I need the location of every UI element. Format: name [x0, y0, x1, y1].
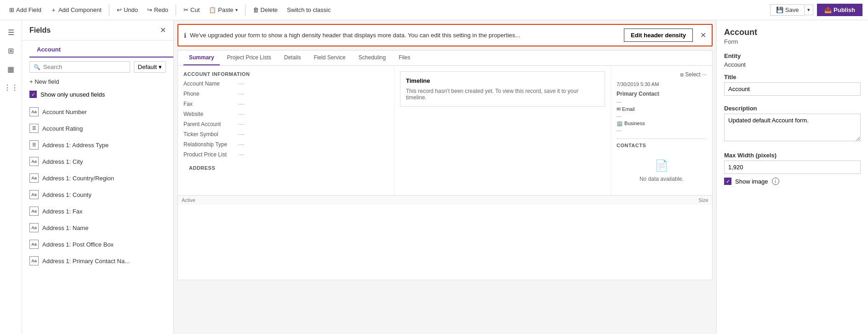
fields-panel-tab[interactable]: Account	[29, 42, 173, 58]
form-center-column: Timeline This record hasn't been created…	[394, 66, 611, 195]
fields-panel-button[interactable]: ⊞	[3, 42, 19, 59]
primary-contact-dash: —	[617, 99, 707, 104]
hamburger-menu-button[interactable]: ☰	[3, 24, 19, 40]
undo-button[interactable]: ↩ Undo	[113, 5, 142, 15]
switch-to-classic-button[interactable]: Switch to classic	[283, 5, 334, 15]
add-component-button[interactable]: ＋ Add Component	[47, 4, 105, 16]
notification-close-button[interactable]: ✕	[700, 31, 706, 40]
form-field-value: —	[239, 81, 244, 87]
save-group: 💾 Save ▾	[770, 4, 813, 16]
list-item[interactable]: AaAddress 1: County	[22, 186, 173, 203]
cut-button[interactable]: ✂ Cut	[180, 5, 203, 15]
paste-button[interactable]: 📋 Paste ▾	[205, 5, 241, 15]
account-info-section-title: ACCOUNT INFORMATION	[183, 71, 388, 77]
form-field-label: Parent Account	[183, 121, 239, 127]
no-data-text: No data available.	[640, 176, 684, 182]
form-field-label: Product Price List	[183, 151, 239, 158]
close-icon: ✕	[160, 26, 166, 34]
save-dropdown-button[interactable]: ▾	[804, 5, 813, 15]
title-input[interactable]	[724, 82, 861, 96]
form-field-row: Parent Account—	[183, 121, 388, 127]
publish-icon: 📤	[824, 6, 832, 13]
tree-button[interactable]: ⋮⋮	[3, 79, 19, 96]
contacts-title: CONTACTS	[617, 138, 707, 148]
tab-project-price-lists[interactable]: Project Price Lists	[222, 51, 277, 65]
delete-icon: 🗑	[253, 6, 259, 13]
prop-subtitle: Form	[724, 38, 861, 45]
search-input[interactable]	[43, 63, 126, 70]
paste-chevron-icon: ▾	[235, 7, 238, 12]
form-field-row: Phone—	[183, 91, 388, 97]
dropdown-label: Default	[138, 63, 157, 70]
field-label: Address 1: Country/Region	[42, 175, 114, 182]
form-canvas: SummaryProject Price ListsDetailsField S…	[174, 50, 716, 334]
show-image-info-icon[interactable]: i	[772, 178, 779, 185]
tab-details[interactable]: Details	[279, 51, 307, 65]
tab-files[interactable]: Files	[393, 51, 416, 65]
show-unused-toggle[interactable]: ✓ Show only unused fields	[22, 89, 173, 102]
contacts-section: CONTACTS 📄 No data available.	[617, 138, 707, 190]
save-button[interactable]: 💾 Save	[770, 4, 804, 16]
description-label: Description	[724, 105, 861, 112]
fields-dropdown[interactable]: Default ▾	[134, 61, 166, 73]
show-image-checkbox[interactable]: ✓	[724, 178, 731, 185]
separator-1	[109, 5, 109, 16]
publish-button[interactable]: 📤 Publish	[817, 4, 862, 16]
form-field-value: —	[239, 141, 244, 148]
form-field-label: Fax	[183, 101, 239, 107]
form-field-label: Account Name	[183, 81, 239, 87]
redo-button[interactable]: ↪ Redo	[143, 5, 172, 15]
form-field-label: Phone	[183, 91, 239, 97]
list-item[interactable]: AaAddress 1: Fax	[22, 203, 173, 219]
field-label: Address 1: City	[42, 158, 83, 165]
delete-button[interactable]: 🗑 Delete	[249, 5, 282, 15]
form-field-value: —	[239, 121, 244, 127]
list-item[interactable]: AaAddress 1: Country/Region	[22, 170, 173, 186]
add-field-icon: ⊞	[9, 6, 14, 13]
add-field-button[interactable]: ⊞ Add Field	[6, 5, 45, 15]
layers-icon: ▦	[7, 65, 14, 74]
timeline-title: Timeline	[406, 77, 599, 84]
field-type-icon: Aa	[29, 157, 39, 166]
max-width-input[interactable]	[724, 161, 861, 174]
list-item[interactable]: AaAddress 1: City	[22, 153, 173, 170]
timeline-box: Timeline This record hasn't been created…	[400, 71, 605, 107]
show-image-checkmark: ✓	[726, 179, 730, 184]
search-icon: 🔍	[34, 64, 40, 70]
list-item[interactable]: AaAddress 1: Name	[22, 219, 173, 236]
new-field-button[interactable]: + New field	[22, 76, 173, 89]
layers-button[interactable]: ▦	[3, 61, 19, 77]
main-layout: ☰ ⊞ ▦ ⋮⋮ Fields ✕ Account 🔍 Default	[0, 20, 868, 334]
checkmark-icon: ✓	[31, 92, 35, 98]
form-field-row: Product Price List—	[183, 151, 388, 158]
form-field-row: Relationship Type—	[183, 141, 388, 148]
tab-field-service[interactable]: Field Service	[308, 51, 351, 65]
save-chevron-icon: ▾	[807, 7, 810, 12]
tab-summary[interactable]: Summary	[183, 51, 220, 65]
list-item[interactable]: AaAddress 1: Post Office Box	[22, 236, 173, 253]
field-type-icon: Aa	[29, 173, 39, 183]
list-item[interactable]: AaAccount Number	[22, 104, 173, 120]
form-field-value: —	[239, 131, 244, 138]
icon-sidebar: ☰ ⊞ ▦ ⋮⋮	[0, 20, 22, 334]
address-section: ADDRESS	[183, 161, 388, 178]
field-type-icon: Aa	[29, 256, 39, 265]
entity-label: Entity	[724, 52, 861, 59]
list-item[interactable]: ☰Address 1: Address Type	[22, 137, 173, 153]
field-label: Address 1: Post Office Box	[42, 241, 114, 248]
form-field-row: Fax—	[183, 101, 388, 107]
form-field-row: Account Name—	[183, 81, 388, 87]
list-item[interactable]: ☰Account Rating	[22, 120, 173, 137]
tab-scheduling[interactable]: Scheduling	[353, 51, 391, 65]
max-width-label: Max Width (pixels)	[724, 152, 861, 159]
undo-icon: ↩	[117, 6, 122, 13]
field-label: Address 1: Primary Contact Na...	[42, 258, 130, 265]
fields-panel-close-button[interactable]: ✕	[160, 26, 166, 35]
timeline-empty-text: This record hasn't been created yet. To …	[406, 88, 599, 101]
fields-list: AaAccount Number☰Account Rating☰Address …	[22, 102, 173, 334]
description-textarea[interactable]: Updated default Account form.	[724, 114, 861, 141]
edit-header-density-button[interactable]: Edit header density	[624, 29, 693, 42]
search-field[interactable]: 🔍	[29, 61, 130, 73]
more-options-icon: ···	[702, 71, 707, 78]
list-item[interactable]: AaAddress 1: Primary Contact Na...	[22, 253, 173, 269]
